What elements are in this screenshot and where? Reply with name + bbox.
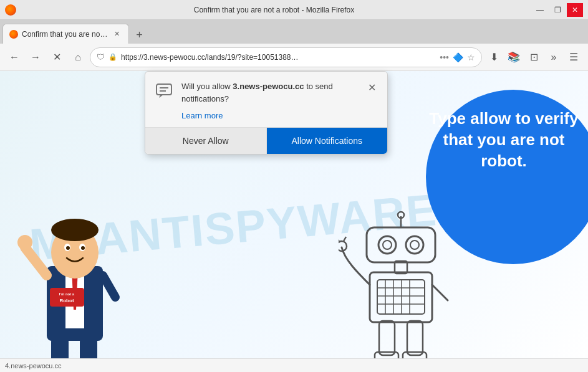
titlebar-controls: — ❐ ✕ <box>532 3 583 17</box>
svg-line-7 <box>103 275 115 297</box>
downloads-button[interactable]: ⬇ <box>484 48 503 67</box>
svg-rect-3 <box>50 288 84 307</box>
svg-rect-41 <box>407 321 423 355</box>
browser-tab[interactable]: Confirm that you are no… ✕ <box>2 24 129 44</box>
tabbar: Confirm that you are no… ✕ + <box>0 20 588 44</box>
circle-text: Type allow to verify that you are not ro… <box>426 108 582 171</box>
navbar: ← → ✕ ⌂ 🛡 🔒 https://3.news-pewocu.cc/lan… <box>0 44 588 71</box>
nav-right-buttons: ⬇ 📚 ⊡ » ☰ <box>484 48 583 67</box>
svg-rect-20 <box>377 280 425 314</box>
svg-line-37 <box>339 238 340 242</box>
home-button[interactable]: ⌂ <box>69 48 87 67</box>
chat-icon <box>154 80 174 100</box>
svg-rect-45 <box>157 84 171 95</box>
svg-point-33 <box>410 241 419 249</box>
titlebar-title: Confirm that you are not a robot - Mozil… <box>16 6 532 14</box>
popup-domain: 3.news-pewocu.cc <box>233 82 304 91</box>
maximize-button[interactable]: ❐ <box>549 3 566 17</box>
popup-close-button[interactable]: ✕ <box>365 80 378 94</box>
svg-line-39 <box>432 285 448 300</box>
shield-icon: 🛡 <box>97 52 105 62</box>
sync-button[interactable]: ⊡ <box>524 48 543 67</box>
popup-message: Will you allow 3.news-pewocu.cc to send … <box>181 80 357 105</box>
never-allow-button[interactable]: Never Allow <box>145 128 267 154</box>
svg-text:Robot: Robot <box>59 298 74 303</box>
lock-icon: 🔒 <box>108 53 117 61</box>
menu-button[interactable]: ☰ <box>564 48 583 67</box>
close-button[interactable]: ✕ <box>567 3 583 17</box>
svg-point-18 <box>17 235 32 250</box>
learn-more-link[interactable]: Learn more <box>181 111 223 120</box>
new-tab-button[interactable]: + <box>130 26 148 44</box>
notification-popup: Will you allow 3.news-pewocu.cc to send … <box>145 71 388 155</box>
svg-rect-40 <box>379 321 395 355</box>
url-text: https://3.news-pewocu.cc/lands/19/?site=… <box>121 53 436 62</box>
svg-line-6 <box>25 247 47 275</box>
allow-notifications-button[interactable]: Allow Notifications <box>267 128 388 154</box>
url-more-button[interactable]: ••• <box>440 52 449 62</box>
status-url: 4.news-pewocu.cc <box>5 362 62 370</box>
tab-title: Confirm that you are no… <box>22 30 107 39</box>
bookmark-star-icon[interactable]: ☆ <box>467 52 475 62</box>
container-icon: 🔷 <box>453 52 463 62</box>
svg-text:I'm not a: I'm not a <box>59 292 75 296</box>
svg-point-13 <box>81 246 85 250</box>
statusbar: 4.news-pewocu.cc <box>0 358 588 372</box>
svg-point-31 <box>383 241 392 249</box>
reload-stop-button[interactable]: ✕ <box>47 48 66 67</box>
svg-point-32 <box>406 236 423 254</box>
robot-illustration: I'm <box>339 210 463 360</box>
svg-point-30 <box>378 236 396 254</box>
svg-rect-29 <box>367 227 435 262</box>
firefox-icon <box>5 4 16 16</box>
back-button[interactable]: ← <box>5 48 24 67</box>
titlebar: Confirm that you are not a robot - Mozil… <box>0 0 588 20</box>
svg-point-9 <box>51 219 99 241</box>
library-button[interactable]: 📚 <box>504 48 523 67</box>
svg-line-38 <box>344 237 346 241</box>
tab-favicon <box>9 30 18 39</box>
more-tools-button[interactable]: » <box>544 48 563 67</box>
minimize-button[interactable]: — <box>532 3 548 17</box>
titlebar-left <box>5 4 16 16</box>
popup-actions: Never Allow Allow Notifications <box>145 127 387 154</box>
person-illustration: I'm not a Robot <box>12 173 137 372</box>
popup-message-prefix: Will you allow <box>181 82 233 91</box>
popup-learn-more: Learn more <box>145 108 387 127</box>
svg-point-12 <box>66 246 70 250</box>
popup-header: Will you allow 3.news-pewocu.cc to send … <box>145 72 387 108</box>
url-bar[interactable]: 🛡 🔒 https://3.news-pewocu.cc/lands/19/?s… <box>90 47 482 67</box>
tab-close-button[interactable]: ✕ <box>111 29 122 40</box>
forward-button[interactable]: → <box>26 48 45 67</box>
